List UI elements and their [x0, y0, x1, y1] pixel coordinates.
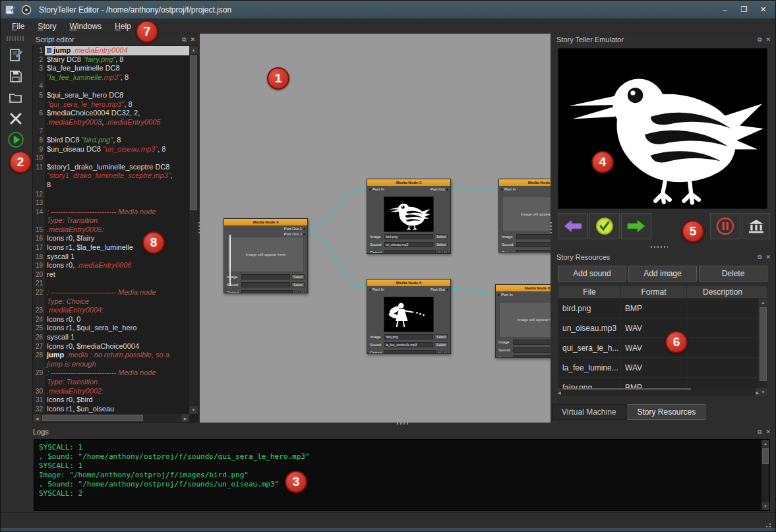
scroll-down-icon[interactable]: ▼ [189, 406, 198, 414]
node-field[interactable] [241, 274, 290, 280]
delete-button[interactable]: Delete [699, 266, 767, 281]
input-port[interactable]: Port In [501, 187, 516, 191]
splitter-handle[interactable] [397, 423, 409, 425]
scroll-right-icon[interactable]: ▶ [756, 388, 759, 396]
scroll-thumb[interactable] [760, 307, 767, 381]
scroll-thumb[interactable] [42, 415, 143, 421]
code-line[interactable]: 12 [33, 190, 189, 199]
select-button[interactable]: Select [434, 334, 448, 340]
editor-horizontal-scrollbar[interactable]: ◀ ▶ [33, 414, 189, 422]
code-line[interactable]: 8 [33, 181, 189, 190]
code-line[interactable]: 21 [33, 279, 189, 288]
code-area[interactable]: 1jump .mediaEntry00042$fairy DC8 "fairy.… [33, 46, 189, 414]
select-button[interactable]: Select [291, 274, 305, 280]
splitter-handle[interactable] [198, 222, 200, 234]
logs-scrollbar[interactable]: ▲ ▼ [761, 440, 769, 510]
code-line[interactable]: 19Icons r0, .mediaEntry0006 [33, 261, 189, 270]
node-title-bar[interactable]: Media Node 3 [499, 179, 551, 186]
node-field[interactable] [516, 234, 551, 239]
save-button[interactable] [5, 67, 26, 86]
input-port[interactable]: Port In [369, 187, 384, 191]
scroll-up-icon[interactable]: ▲ [761, 440, 769, 448]
close-dock-icon[interactable]: ✕ [765, 254, 771, 260]
output-port[interactable]: Port Out 1 [284, 227, 305, 231]
menu-item-story[interactable]: Story [32, 20, 62, 32]
output-port[interactable]: Port Out [431, 287, 448, 291]
resource-row[interactable]: bird.pngBMP [558, 299, 759, 318]
code-line[interactable]: 8$bird DC8 "bird.png", 8 [33, 136, 189, 145]
scroll-left-icon[interactable]: ◀ [33, 414, 41, 422]
node-title-bar[interactable]: Media Node 4 [224, 219, 307, 225]
node-title-bar[interactable]: Media Node 5 [367, 280, 450, 286]
code-line[interactable]: 20ret [33, 270, 189, 280]
node-field[interactable]: un_oiseau.mp3 [384, 242, 433, 247]
code-line[interactable]: .mediaEntry0003, .mediaEntry0005 [33, 118, 189, 127]
code-line[interactable]: Type: Transition [33, 378, 189, 387]
validate-button[interactable] [589, 213, 620, 239]
input-port[interactable]: Port In [369, 287, 384, 291]
code-line[interactable]: 3$la_fee_luminelle DC8 [33, 64, 189, 73]
code-line[interactable]: 32Icons r1, $un_oiseau [33, 405, 189, 414]
output-option-icon[interactable] [443, 351, 448, 355]
add-sound-button[interactable]: Add sound [558, 266, 626, 281]
media-node[interactable]: Media Node 2Port InPort OutImagebird.png… [367, 179, 451, 254]
editor-vertical-scrollbar[interactable]: ▲ ▼ [189, 46, 198, 414]
code-line[interactable]: Type: Transition [33, 216, 189, 225]
script-editor[interactable]: 1jump .mediaEntry00042$fairy DC8 "fairy.… [32, 45, 198, 423]
code-line[interactable]: 23.mediaEntry0004: [33, 306, 189, 315]
tab-virtual-machine[interactable]: Virtual Machine [552, 404, 626, 420]
code-line[interactable]: 25Icons r1, $qui_sera_le_hero [33, 324, 189, 333]
output-option-icon[interactable] [300, 291, 305, 294]
code-line[interactable]: 16Icons r0, $fairy [33, 234, 189, 243]
close-button[interactable]: ✕ [755, 3, 771, 16]
menu-item-help[interactable]: Help [109, 20, 137, 32]
code-line[interactable]: "story1_drako_luminelle_sceptre.mp3", [33, 171, 189, 181]
resource-row[interactable]: un_oiseau.mp3WAV [558, 318, 759, 338]
code-line[interactable]: 10 [33, 154, 189, 163]
tab-story-resources[interactable]: Story Resources [628, 404, 706, 420]
select-button[interactable]: Select [434, 234, 448, 239]
column-header-description[interactable]: Description [687, 286, 758, 298]
code-line[interactable]: 5$qui_sera_le_hero DC8 [33, 91, 189, 100]
float-dock-icon[interactable]: ⧉ [758, 429, 761, 435]
node-field[interactable] [513, 340, 551, 345]
pause-button[interactable] [710, 213, 740, 239]
menu-item-windows[interactable]: Windows [63, 20, 107, 32]
node-field[interactable] [513, 347, 551, 353]
code-line[interactable]: Type: Choice [33, 297, 189, 307]
input-port[interactable]: Port In [498, 293, 513, 297]
float-dock-icon[interactable]: ⧉ [758, 254, 761, 260]
node-field[interactable] [241, 282, 290, 287]
open-project-button[interactable] [5, 88, 26, 107]
new-script-button[interactable] [5, 46, 26, 65]
select-button[interactable]: Select [434, 242, 448, 247]
code-line[interactable]: 24Icons r0, 0 [33, 315, 189, 324]
resources-table-body[interactable]: bird.pngBMPun_oiseau.mp3WAVqui_sera_le_h… [558, 299, 759, 388]
node-title-bar[interactable]: Media Node 2 [367, 179, 450, 186]
table-horizontal-scrollbar[interactable]: ◀ ▶ [558, 388, 759, 396]
maximize-button[interactable]: ❒ [736, 3, 752, 16]
code-line[interactable]: 29; --------------------------- Media no… [33, 369, 189, 378]
media-node[interactable]: Media Node 3Port InImage will appear her… [498, 179, 551, 252]
home-button[interactable] [742, 213, 770, 239]
float-dock-icon[interactable]: ⧉ [758, 36, 761, 43]
code-line[interactable]: 2$fairy DC8 "fairy.png", 8 [33, 55, 189, 65]
splitter-handle[interactable] [651, 246, 668, 248]
output-option-icon[interactable] [437, 251, 442, 254]
run-button[interactable] [5, 131, 26, 149]
code-line[interactable]: 15.mediaEntry0005: [33, 225, 189, 235]
scroll-thumb[interactable] [190, 55, 197, 210]
resource-row[interactable]: fairy.pngBMP [558, 378, 759, 388]
code-line[interactable]: 30.mediaEntry0002: [33, 387, 189, 396]
code-line[interactable]: 4 [33, 82, 189, 91]
code-line[interactable]: 14; --------------------------- Media no… [33, 208, 189, 217]
code-line[interactable]: 18syscall 1 [33, 252, 189, 262]
resource-row[interactable]: la_fee_lumine...WAV [558, 358, 759, 378]
code-line[interactable]: 7 [33, 127, 189, 136]
minimize-button[interactable]: – [717, 3, 733, 16]
scroll-up-icon[interactable]: ▲ [759, 299, 767, 307]
code-line[interactable]: 9$un_oiseau DC8 "un_oiseau.mp3", 8 [33, 145, 189, 154]
code-line[interactable]: 31Icons r0, $bird [33, 396, 189, 405]
back-button[interactable] [558, 213, 588, 239]
emulator-screen[interactable] [558, 48, 767, 209]
